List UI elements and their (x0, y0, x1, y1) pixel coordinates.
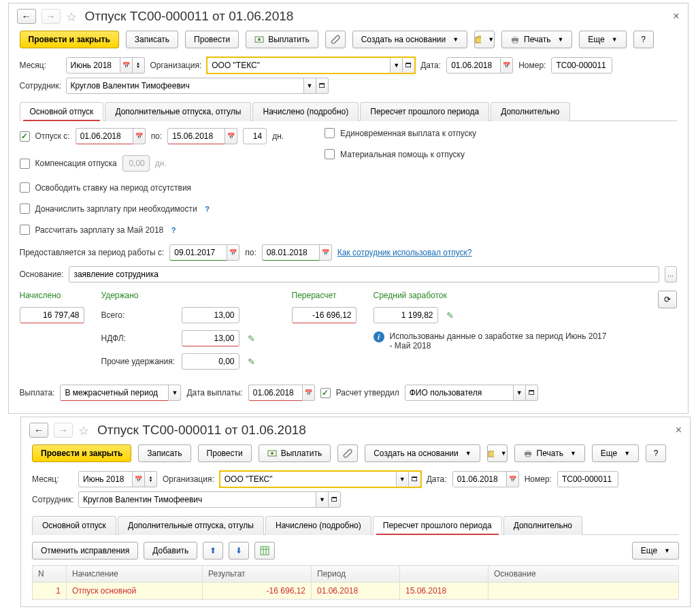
nav-forward[interactable]: → (54, 423, 73, 438)
calendar-icon[interactable]: 📅 (507, 471, 519, 487)
actions-button[interactable]: ▼ (487, 444, 508, 462)
create-based-button[interactable]: Создать на основании▼ (365, 444, 480, 462)
vacation-from-input[interactable] (76, 128, 133, 144)
edit-pencil-icon[interactable]: ✎ (248, 357, 255, 367)
lump-sum-checkbox[interactable] (325, 128, 335, 138)
save-button[interactable]: Записать (126, 31, 178, 48)
date-input[interactable] (446, 57, 501, 74)
tab-recalc[interactable]: Пересчет прошлого периода (373, 516, 502, 535)
tab-main-vacation[interactable]: Основной отпуск (32, 516, 116, 535)
edit-pencil-icon[interactable]: ✎ (248, 334, 255, 344)
free-rate-checkbox[interactable] (20, 182, 30, 193)
how-used-link[interactable]: Как сотрудник использовал отпуск? (337, 248, 472, 257)
columns-button[interactable] (254, 542, 275, 560)
more-button[interactable]: Еще▼ (632, 542, 679, 560)
help-icon[interactable]: ? (169, 225, 178, 235)
refresh-button[interactable]: ⟳ (658, 291, 677, 308)
approved-by-input[interactable] (405, 385, 514, 401)
accrued-input[interactable] (20, 307, 84, 323)
help-button[interactable]: ? (646, 444, 666, 462)
month-input[interactable] (78, 471, 133, 487)
number-input[interactable] (557, 471, 618, 487)
date-input[interactable] (452, 471, 507, 487)
approved-checkbox[interactable] (320, 388, 331, 398)
calendar-icon[interactable]: 📅 (133, 471, 145, 487)
calendar-icon[interactable]: 📅 (227, 244, 239, 261)
nav-back[interactable]: ← (29, 423, 48, 438)
favorite-star-icon[interactable]: ☆ (66, 10, 80, 23)
dropdown-icon[interactable]: ▼ (169, 385, 181, 401)
close-icon[interactable]: × (676, 424, 682, 436)
help-button[interactable]: ? (633, 31, 654, 48)
col-n[interactable]: N (33, 566, 67, 583)
accrue-salary-checkbox[interactable] (20, 204, 30, 214)
tab-accrued-detail[interactable]: Начислено (подробно) (265, 516, 371, 535)
ellipsis-icon[interactable]: … (665, 266, 677, 282)
calendar-icon[interactable]: 📅 (133, 128, 146, 144)
close-icon[interactable]: × (673, 10, 679, 22)
post-close-button[interactable]: Провести и закрыть (20, 31, 119, 48)
month-input[interactable] (66, 57, 120, 74)
cancel-corrections-button[interactable]: Отменить исправления (32, 542, 138, 560)
open-icon[interactable]: 🗖 (526, 385, 538, 401)
pay-button[interactable]: Выплатить (259, 444, 331, 462)
tab-additional-info[interactable]: Дополнительно (503, 516, 582, 535)
print-button[interactable]: Печать▼ (501, 31, 572, 48)
col-accrual[interactable]: Начисление (67, 566, 203, 583)
other-input[interactable] (182, 353, 239, 370)
calendar-icon[interactable]: 📅 (225, 128, 237, 144)
open-icon[interactable]: 🗖 (403, 57, 415, 74)
attach-button[interactable] (337, 444, 358, 462)
employee-input[interactable] (66, 78, 304, 94)
create-based-button[interactable]: Создать на основании▼ (352, 31, 467, 48)
spinner-icon[interactable]: ▲▼ (145, 471, 157, 487)
material-help-checkbox[interactable] (325, 149, 335, 159)
recalc-salary-checkbox[interactable] (20, 225, 30, 235)
col-period-to[interactable] (400, 566, 488, 583)
basis-input[interactable] (69, 266, 659, 282)
org-input[interactable] (207, 57, 391, 74)
post-button[interactable]: Провести (185, 31, 239, 48)
post-button[interactable]: Провести (198, 444, 252, 462)
dropdown-icon[interactable]: ▼ (316, 491, 329, 508)
pay-button[interactable]: Выплатить (246, 31, 318, 48)
calendar-icon[interactable]: 📅 (120, 57, 133, 74)
ndfl-input[interactable] (182, 330, 239, 346)
calendar-icon[interactable]: 📅 (320, 244, 332, 261)
employee-input[interactable] (78, 491, 316, 508)
tab-main-vacation[interactable]: Основной отпуск (20, 102, 104, 121)
more-button[interactable]: Еще▼ (579, 31, 626, 48)
open-icon[interactable]: 🗖 (409, 471, 421, 487)
more-button[interactable]: Еще▼ (592, 444, 639, 462)
add-button[interactable]: Добавить (144, 542, 197, 560)
tab-additional[interactable]: Дополнительные отпуска, отгулы (105, 102, 251, 121)
table-row[interactable]: 1 Отпуск основной -16 696,12 01.06.2018 … (33, 583, 679, 600)
number-input[interactable] (551, 57, 612, 74)
calendar-icon[interactable]: 📅 (303, 385, 315, 401)
payout-date-input[interactable] (248, 385, 303, 401)
open-icon[interactable]: 🗖 (329, 491, 341, 508)
payout-when-input[interactable] (60, 385, 169, 401)
days-input[interactable] (243, 128, 267, 144)
col-result[interactable]: Результат (203, 566, 312, 583)
period-from-input[interactable] (169, 244, 227, 261)
calendar-icon[interactable]: 📅 (501, 57, 513, 74)
dropdown-icon[interactable]: ▼ (304, 78, 316, 94)
tab-recalc[interactable]: Пересчет прошлого периода (360, 102, 489, 121)
nav-forward[interactable]: → (42, 9, 61, 24)
tab-additional[interactable]: Дополнительные отпуска, отгулы (118, 516, 264, 535)
org-input[interactable] (220, 471, 397, 487)
nav-back[interactable]: ← (17, 9, 36, 24)
tab-additional-info[interactable]: Дополнительно (491, 102, 569, 121)
compensation-checkbox[interactable] (20, 159, 30, 169)
period-to-input[interactable] (262, 244, 320, 261)
post-close-button[interactable]: Провести и закрыть (32, 444, 131, 462)
help-icon[interactable]: ? (203, 204, 212, 214)
attach-button[interactable] (325, 31, 346, 48)
dropdown-icon[interactable]: ▼ (391, 57, 403, 74)
dropdown-icon[interactable]: ▼ (514, 385, 526, 401)
edit-pencil-icon[interactable]: ✎ (446, 310, 454, 321)
move-up-button[interactable]: ⬆ (203, 542, 223, 560)
recalc-input[interactable] (292, 307, 357, 323)
actions-button[interactable]: ▼ (474, 31, 495, 48)
